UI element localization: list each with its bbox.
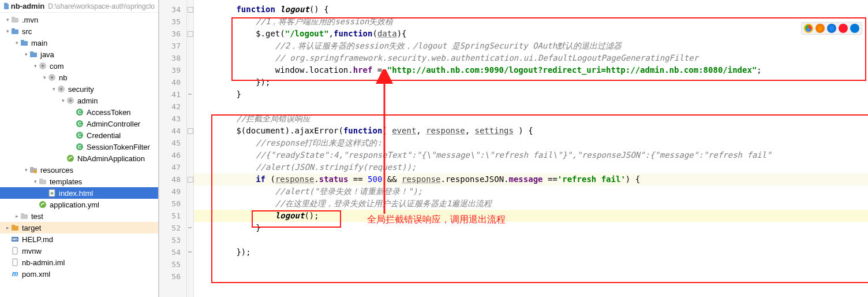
tree-item-test[interactable]: ▸test xyxy=(0,210,158,222)
tree-item-application-yml[interactable]: application.yml xyxy=(0,199,158,210)
tree-item-label: security xyxy=(68,85,94,94)
svg-rect-31 xyxy=(39,179,43,180)
chevron-icon[interactable]: ▾ xyxy=(32,179,38,184)
class-icon: C xyxy=(75,131,84,139)
svg-rect-30 xyxy=(39,180,46,184)
line-gutter: 3435363738394041424344454647484950515253… xyxy=(159,0,187,297)
svg-rect-3 xyxy=(12,17,15,18)
tree-item-resources[interactable]: ▾resources xyxy=(0,164,158,176)
svg-point-11 xyxy=(42,65,44,67)
svg-rect-42 xyxy=(13,259,17,266)
folder-blue-icon xyxy=(10,27,20,35)
spring-icon xyxy=(66,154,75,162)
tree-item--mvn[interactable]: ▾.mvn xyxy=(0,14,158,25)
svg-rect-9 xyxy=(30,51,33,53)
class-icon: C xyxy=(75,143,84,151)
file-icon xyxy=(10,247,20,255)
chrome-icon[interactable] xyxy=(804,24,813,33)
svg-text:m: m xyxy=(12,270,18,278)
fold-markers[interactable] xyxy=(187,0,194,297)
tree-item-label: target xyxy=(22,224,41,232)
tree-item-templates[interactable]: ▾templates xyxy=(0,176,158,187)
svg-point-29 xyxy=(33,170,37,173)
svg-point-26 xyxy=(67,155,74,162)
tree-item-target[interactable]: ▸target xyxy=(0,222,158,233)
tree-item-sessiontokenfilter[interactable]: CSessionTokenFilter xyxy=(0,141,158,153)
folder-orange-icon xyxy=(10,224,20,232)
svg-rect-38 xyxy=(12,225,15,227)
tree-item-label: .mvn xyxy=(22,16,38,24)
tree-item-label: SessionTokenFilter xyxy=(87,143,150,151)
file-icon xyxy=(10,258,20,266)
svg-rect-2 xyxy=(12,18,18,23)
code-editor[interactable]: 3435363738394041424344454647484950515253… xyxy=(159,0,868,297)
svg-rect-37 xyxy=(12,226,18,231)
chevron-icon[interactable]: ▸ xyxy=(14,213,20,219)
tree-item-main[interactable]: ▾main xyxy=(0,37,158,49)
tree-item-label: mvnw xyxy=(22,247,42,255)
pkg-icon xyxy=(38,62,47,70)
svg-rect-41 xyxy=(13,247,17,254)
tree-item-label: resources xyxy=(40,166,73,175)
chevron-icon[interactable]: ▾ xyxy=(14,40,20,46)
tree-item-label: AccessToken xyxy=(87,108,131,117)
browser-preview-icons[interactable] xyxy=(801,22,862,35)
tree-item-label: AdminController xyxy=(87,120,140,128)
svg-text:C: C xyxy=(78,132,82,138)
tree-item-pom-xml[interactable]: mpom.xml xyxy=(0,268,158,280)
folder-res-icon xyxy=(29,166,38,174)
maven-icon: m xyxy=(10,270,20,278)
project-name: nb-admin xyxy=(11,2,45,10)
chevron-icon[interactable]: ▾ xyxy=(32,63,38,69)
firefox-icon[interactable] xyxy=(815,24,825,33)
tree-item-admincontroller[interactable]: CAdminController xyxy=(0,118,158,129)
project-path: D:\share\workspace-auth\springclo xyxy=(48,2,155,10)
tree-item-java[interactable]: ▾java xyxy=(0,49,158,60)
chevron-icon[interactable]: ▾ xyxy=(60,98,66,103)
project-sidebar[interactable]: nb-admin D:\share\workspace-auth\springc… xyxy=(0,0,159,297)
class-icon: C xyxy=(75,120,84,128)
tree-item-admin[interactable]: ▾admin xyxy=(0,95,158,106)
md-icon: MD xyxy=(10,235,20,243)
tree-item-src[interactable]: ▾src xyxy=(0,25,158,37)
tree-item-credential[interactable]: CCredential xyxy=(0,129,158,141)
project-tree[interactable]: ▾.mvn▾src▾main▾java▾com▾nb▾security▾admi… xyxy=(0,13,158,281)
tree-item-label: admin xyxy=(77,96,98,105)
chevron-icon[interactable]: ▾ xyxy=(5,28,10,34)
tree-item-nbadminapplication[interactable]: NbAdminApplication xyxy=(0,153,158,164)
folder-blue-icon xyxy=(20,39,29,47)
svg-text:C: C xyxy=(78,109,82,115)
svg-point-13 xyxy=(51,76,53,79)
tree-item-help-md[interactable]: MDHELP.md xyxy=(0,233,158,245)
chevron-icon[interactable]: ▾ xyxy=(23,51,29,57)
tree-item-security[interactable]: ▾security xyxy=(0,83,158,95)
tree-item-nb-admin-iml[interactable]: nb-admin.iml xyxy=(0,257,158,268)
chevron-icon[interactable]: ▾ xyxy=(5,17,10,23)
tree-item-label: templates xyxy=(50,177,82,186)
pkg-icon xyxy=(47,73,57,81)
spring-icon xyxy=(38,201,47,209)
tree-item-mvnw[interactable]: mvnw xyxy=(0,245,158,257)
chevron-icon[interactable]: ▾ xyxy=(42,75,47,80)
chevron-icon[interactable]: ▾ xyxy=(23,167,29,173)
folder-blue-icon xyxy=(29,50,38,58)
svg-point-17 xyxy=(69,99,72,102)
svg-rect-4 xyxy=(12,29,18,34)
code-area[interactable]: function logout() { //1，将客户端应用的session失效… xyxy=(194,0,868,297)
safari-icon[interactable] xyxy=(827,24,836,33)
tree-item-nb[interactable]: ▾nb xyxy=(0,72,158,83)
tree-item-accesstoken[interactable]: CAccessToken xyxy=(0,106,158,118)
folder-gray-icon xyxy=(20,212,29,220)
tree-item-label: pom.xml xyxy=(22,270,50,279)
tree-item-label: main xyxy=(31,39,47,47)
opera-icon[interactable] xyxy=(839,24,848,33)
svg-rect-35 xyxy=(21,214,28,219)
chevron-icon[interactable]: ▾ xyxy=(51,86,57,92)
tree-item-com[interactable]: ▾com xyxy=(0,60,158,72)
svg-rect-28 xyxy=(30,167,33,169)
chevron-icon[interactable]: ▸ xyxy=(5,225,10,231)
edge-icon[interactable] xyxy=(850,24,859,33)
tree-item-index-html[interactable]: Hindex.html xyxy=(0,187,158,199)
svg-text:C: C xyxy=(78,144,82,150)
svg-rect-0 xyxy=(4,4,9,9)
